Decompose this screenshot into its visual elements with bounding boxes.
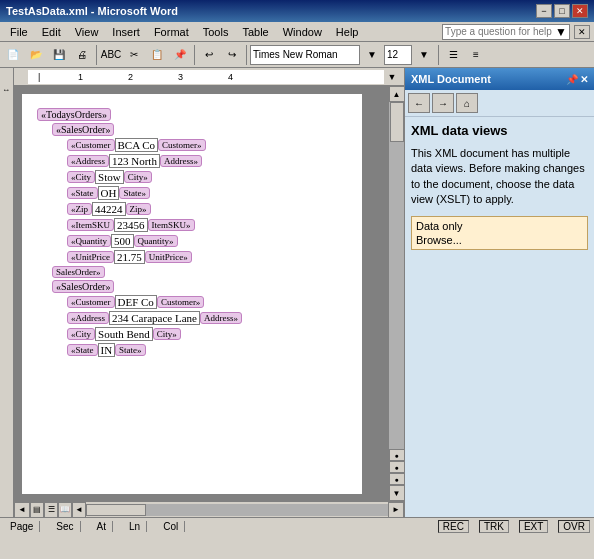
sales-order-1-tag: «SalesOrder» <box>52 123 114 136</box>
xml-itemsku-field: «ItemSKU 23456 ItemSKU» <box>67 218 347 232</box>
horizontal-scrollbar: ◄ ▤ ☰ 📖 ◄ ► <box>14 501 404 517</box>
quantity-open-tag: «Quantity <box>67 235 111 247</box>
menu-help[interactable]: Help <box>330 25 365 39</box>
new-button[interactable]: 📄 <box>2 44 24 66</box>
paste-button[interactable]: 📌 <box>169 44 191 66</box>
toolbar-separator-2 <box>194 45 195 65</box>
font-size-input[interactable] <box>384 45 412 65</box>
xml-quantity-field: «Quantity 500 Quantity» <box>67 234 347 248</box>
status-page: Page <box>4 521 40 532</box>
font-selector[interactable] <box>250 45 360 65</box>
browse-option[interactable]: Browse... <box>416 233 583 247</box>
view-back-btn[interactable]: ◄ <box>72 502 86 518</box>
view-reading-btn[interactable]: 📖 <box>58 502 72 518</box>
city-close-tag: City» <box>124 171 152 183</box>
font-dropdown[interactable]: ▼ <box>361 44 383 66</box>
panel-close-icon[interactable]: ✕ <box>580 74 588 85</box>
window-controls: − □ ✕ <box>536 4 588 18</box>
toolbar-separator-1 <box>96 45 97 65</box>
bullets-button[interactable]: ☰ <box>442 44 464 66</box>
address-close-tag: Address» <box>160 155 202 167</box>
scroll-left-button[interactable]: ◄ <box>14 502 30 518</box>
state2-close-tag: State» <box>115 344 146 356</box>
undo-button[interactable]: ↩ <box>198 44 220 66</box>
todays-orders-tag: «TodaysOrders» <box>37 108 111 121</box>
panel-pin-button[interactable]: 📌 <box>566 74 578 85</box>
next-page-button[interactable]: ● <box>389 473 405 485</box>
print-button[interactable]: 🖨 <box>71 44 93 66</box>
close-button[interactable]: ✕ <box>572 4 588 18</box>
panel-close-btn[interactable]: ✕ <box>574 25 590 39</box>
status-col: Col <box>157 521 185 532</box>
toolbar: 📄 📂 💾 🖨 ABC ✂ 📋 📌 ↩ ↪ ▼ ▼ ☰ ≡ <box>0 42 594 68</box>
unitprice-open-tag: «UnitPrice <box>67 251 114 263</box>
status-trk: TRK <box>479 520 509 533</box>
spell-button[interactable]: ABC <box>100 44 122 66</box>
maximize-button[interactable]: □ <box>554 4 570 18</box>
panel-description: This XML document has multiple data view… <box>411 146 588 208</box>
vertical-scrollbar: ▲ ● ● ● ▼ <box>388 86 404 501</box>
xml-city2-field: «City South Bend City» <box>67 327 347 341</box>
status-sec: Sec <box>50 521 80 532</box>
menu-table[interactable]: Table <box>236 25 274 39</box>
scroll-track[interactable] <box>389 102 405 449</box>
panel-nav-back-button[interactable]: ← <box>408 93 430 113</box>
menu-view[interactable]: View <box>69 25 105 39</box>
ruler-inner: | 1 2 3 4 <box>28 70 384 84</box>
help-search-input[interactable] <box>445 26 555 37</box>
toolbar-separator-3 <box>246 45 247 65</box>
status-ovr: OVR <box>558 520 590 533</box>
panel-nav-forward-button[interactable]: → <box>432 93 454 113</box>
customer2-value: DEF Co <box>115 295 157 309</box>
view-outline-btn[interactable]: ☰ <box>44 502 58 518</box>
h-scroll-track[interactable] <box>86 504 388 516</box>
view-normal-btn[interactable]: ▤ <box>30 502 44 518</box>
menu-file[interactable]: File <box>4 25 34 39</box>
menu-format[interactable]: Format <box>148 25 195 39</box>
customer-open-tag: «Customer <box>67 139 115 151</box>
minimize-button[interactable]: − <box>536 4 552 18</box>
scroll-thumb[interactable] <box>390 102 404 142</box>
xml-content: «TodaysOrders» «SalesOrder» «Customer BC… <box>37 104 347 361</box>
scroll-up-button[interactable]: ▲ <box>389 86 405 102</box>
scroll-down-button[interactable]: ▼ <box>389 485 405 501</box>
menu-window[interactable]: Window <box>277 25 328 39</box>
panel-data-views-list[interactable]: Data only Browse... <box>411 216 588 250</box>
prev-page-button[interactable]: ● <box>389 449 405 461</box>
data-only-option[interactable]: Data only <box>416 219 583 233</box>
save-button[interactable]: 💾 <box>48 44 70 66</box>
zip-value: 44224 <box>92 202 126 216</box>
zip-close-tag: Zip» <box>126 203 151 215</box>
address-open-tag: «Address <box>67 155 109 167</box>
menu-edit[interactable]: Edit <box>36 25 67 39</box>
panel-nav-home-button[interactable]: ⌂ <box>456 93 478 113</box>
state2-open-tag: «State <box>67 344 98 356</box>
xml-zip-field: «Zip 44224 Zip» <box>67 202 347 216</box>
status-ln: Ln <box>123 521 147 532</box>
menu-tools[interactable]: Tools <box>197 25 235 39</box>
copy-button[interactable]: 📋 <box>146 44 168 66</box>
menu-insert[interactable]: Insert <box>106 25 146 39</box>
xml-state2-field: «State IN State» <box>67 343 347 357</box>
select-browse-button[interactable]: ● <box>389 461 405 473</box>
cut-button[interactable]: ✂ <box>123 44 145 66</box>
scroll-right-button[interactable]: ► <box>388 502 404 518</box>
state-close-tag: State» <box>119 187 150 199</box>
xml-address2-field: «Address 234 Carapace Lane Address» <box>67 311 347 325</box>
itemsku-close-tag: ItemSKU» <box>148 219 195 231</box>
state2-value: IN <box>98 343 116 357</box>
customer-value: BCA Co <box>115 138 159 152</box>
font-size-dropdown[interactable]: ▼ <box>413 44 435 66</box>
menu-bar: File Edit View Insert Format Tools Table… <box>0 22 594 42</box>
customer2-open-tag: «Customer <box>67 296 115 308</box>
open-button[interactable]: 📂 <box>25 44 47 66</box>
redo-button[interactable]: ↪ <box>221 44 243 66</box>
address-value: 123 North <box>109 154 160 168</box>
h-scroll-thumb[interactable] <box>86 504 146 516</box>
xml-sales-order-1-open: «SalesOrder» <box>52 123 347 136</box>
panel-content: XML data views This XML document has mul… <box>405 117 594 517</box>
city-value: Stow <box>95 170 124 184</box>
numbering-button[interactable]: ≡ <box>465 44 487 66</box>
status-bar: Page Sec At Ln Col REC TRK EXT OVR <box>0 517 594 535</box>
panel-toolbar: ← → ⌂ <box>405 90 594 117</box>
